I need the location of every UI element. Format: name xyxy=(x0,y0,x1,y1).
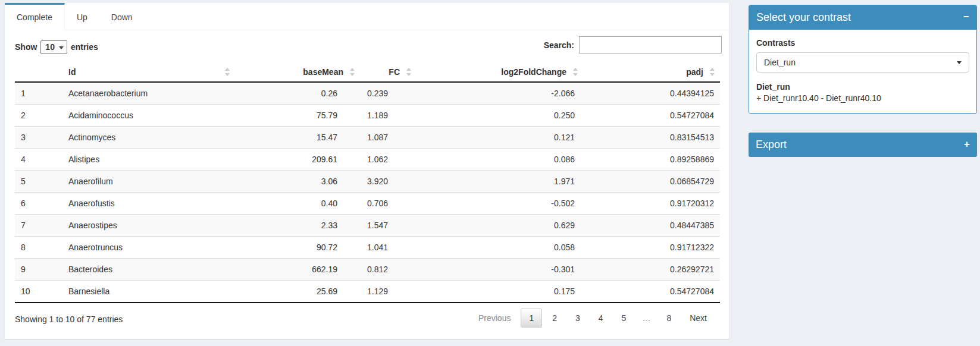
contrast-select[interactable]: Diet_run xyxy=(756,52,969,73)
table-row[interactable]: 1 Acetanaerobacterium 0.26 0.239 -2.066 … xyxy=(15,82,720,105)
results-tab-bar: Complete Up Down xyxy=(5,3,729,30)
sort-icon xyxy=(224,67,230,77)
column-header-fc[interactable]: FC xyxy=(360,62,417,82)
export-panel-title: Export xyxy=(756,139,787,150)
results-table-wrap: Id baseMean FC log2FoldChange xyxy=(15,62,715,303)
sort-icon xyxy=(572,67,578,77)
contrast-name: Diet_run xyxy=(756,82,969,92)
search-control: Search: xyxy=(544,36,722,54)
expand-icon[interactable]: + xyxy=(964,138,970,151)
results-table: Id baseMean FC log2FoldChange xyxy=(15,62,720,303)
results-box: Complete Up Down Show10entries Search: I… xyxy=(5,3,729,339)
page-button-5[interactable]: 5 xyxy=(613,309,635,328)
export-panel-header[interactable]: Export + xyxy=(749,133,977,157)
contrast-formula: + Diet_runr10.40 - Diet_runr40.10 xyxy=(756,93,969,103)
page-button-1[interactable]: 1 xyxy=(521,309,542,328)
collapse-icon[interactable]: − xyxy=(963,11,969,24)
column-header-basemean[interactable]: baseMean xyxy=(235,62,360,82)
table-row[interactable]: 4 Alistipes 209.61 1.062 0.086 0.8925886… xyxy=(15,149,720,171)
contrasts-label: Contrasts xyxy=(756,38,969,48)
page-button-8[interactable]: 8 xyxy=(658,309,680,328)
table-footer: Showing 1 to 10 of 77 entries Previous 1… xyxy=(15,303,715,335)
table-row[interactable]: 6 Anaerofustis 0.40 0.706 -0.502 0.91720… xyxy=(15,193,720,215)
page-button-2[interactable]: 2 xyxy=(544,309,565,328)
contrast-panel: Select your contrast − Contrasts Diet_ru… xyxy=(749,5,977,114)
table-header-row: Id baseMean FC log2FoldChange xyxy=(15,62,720,82)
show-label: Show xyxy=(15,42,37,52)
next-page-button[interactable]: Next xyxy=(681,309,715,328)
page-button-4[interactable]: 4 xyxy=(590,309,612,328)
table-row[interactable]: 9 Bacteroides 662.19 0.812 -0.301 0.2629… xyxy=(15,259,720,281)
pagination: Previous 1 2 3 4 5 … 8 Next xyxy=(468,309,715,328)
table-row[interactable]: 2 Acidaminococcus 75.79 1.189 0.250 0.54… xyxy=(15,105,720,127)
table-row[interactable]: 10 Barnesiella 25.69 1.129 0.175 0.54727… xyxy=(15,281,720,303)
sort-icon xyxy=(349,67,355,77)
tab-up[interactable]: Up xyxy=(65,3,99,30)
table-row[interactable]: 3 Actinomyces 15.47 1.087 0.121 0.831545… xyxy=(15,127,720,149)
pagination-ellipsis: … xyxy=(636,309,656,328)
caret-down-icon xyxy=(59,46,64,49)
page-button-3[interactable]: 3 xyxy=(567,309,588,328)
table-row[interactable]: 7 Anaerostipes 2.33 1.547 0.629 0.484473… xyxy=(15,215,720,237)
search-input[interactable] xyxy=(579,36,722,54)
page-length-control: Show10entries xyxy=(15,40,98,54)
table-controls: Show10entries Search: xyxy=(15,36,722,59)
column-header-log2foldchange[interactable]: log2FoldChange xyxy=(417,62,583,82)
search-label: Search: xyxy=(544,40,574,50)
sort-icon xyxy=(709,67,715,77)
table-info: Showing 1 to 10 of 77 entries xyxy=(15,314,123,324)
caret-down-icon xyxy=(957,61,962,64)
tab-down[interactable]: Down xyxy=(99,3,145,30)
tab-complete[interactable]: Complete xyxy=(5,3,65,30)
column-header-id[interactable]: Id xyxy=(62,62,235,82)
column-header-rownum xyxy=(15,62,62,82)
entries-label: entries xyxy=(71,42,98,52)
previous-page-button[interactable]: Previous xyxy=(470,309,519,328)
page-length-select[interactable]: 10 xyxy=(40,40,67,54)
column-header-padj[interactable]: padj xyxy=(583,62,720,82)
sort-icon xyxy=(406,67,412,77)
contrast-select-value: Diet_run xyxy=(764,58,796,67)
table-row[interactable]: 5 Anaerofilum 3.06 3.920 1.971 0.0685472… xyxy=(15,171,720,193)
table-row[interactable]: 8 Anaerotruncus 90.72 1.041 0.058 0.9171… xyxy=(15,237,720,259)
contrast-panel-body: Contrasts Diet_run Diet_run + Diet_runr1… xyxy=(749,30,976,113)
contrast-panel-header: Select your contrast − xyxy=(749,5,976,30)
contrast-panel-title: Select your contrast xyxy=(756,11,851,23)
